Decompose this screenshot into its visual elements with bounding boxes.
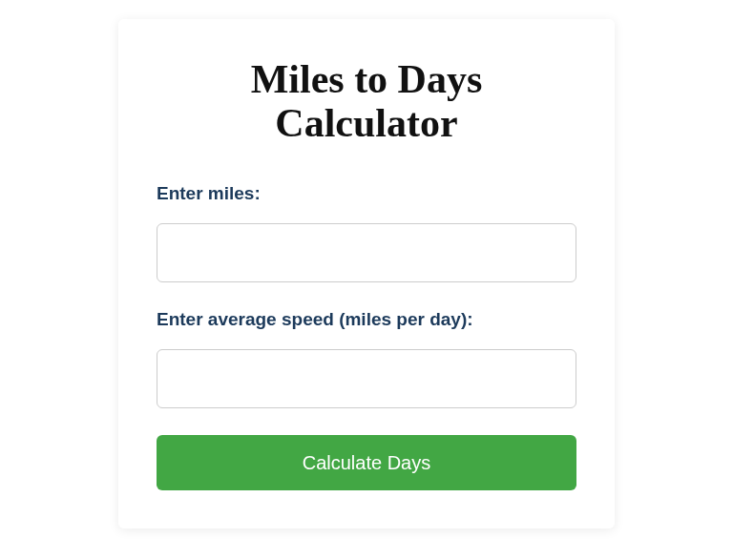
calculate-button[interactable]: Calculate Days (157, 435, 576, 490)
speed-label: Enter average speed (miles per day): (157, 309, 576, 330)
calculator-card: Miles to Days Calculator Enter miles: En… (118, 19, 615, 529)
speed-input[interactable] (157, 349, 576, 408)
miles-label: Enter miles: (157, 183, 576, 204)
page-title: Miles to Days Calculator (157, 57, 576, 145)
miles-input[interactable] (157, 223, 576, 282)
